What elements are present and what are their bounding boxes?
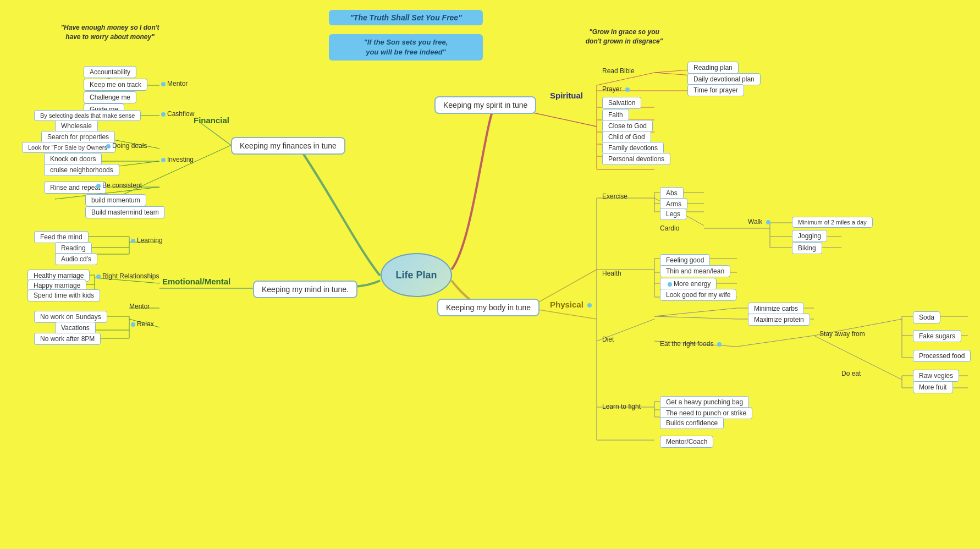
abs-node: Abs: [660, 187, 684, 199]
be-consistent-node: Be consistent: [95, 182, 142, 189]
connector-dot11: [766, 220, 770, 224]
family-devotions-node: Family devotions: [602, 142, 664, 154]
knock-doors-node: Knock on doors: [44, 153, 102, 165]
emotional-label: Emotional/Mental: [162, 277, 230, 286]
spend-time-kids-node: Spend time with kids: [27, 289, 100, 301]
connector-dot10: [587, 303, 592, 308]
accountability-node: Accountability: [84, 66, 136, 78]
fake-sugars-node: Fake sugars: [913, 330, 961, 342]
raw-vegies-node: Raw vegies: [913, 370, 959, 382]
soda-node: Soda: [913, 311, 940, 323]
mindmap-container: "The Truth Shall Set You Free" "If the S…: [0, 0, 980, 549]
svg-line-0: [200, 122, 231, 145]
mentor-financial-node: Mentor: [159, 80, 188, 87]
connector-dot5: [96, 184, 101, 188]
more-energy-node: More energy: [660, 278, 717, 290]
read-bible-node: Read Bible: [602, 67, 635, 75]
no-work-sundays-node: No work on Sundays: [34, 311, 107, 323]
jogging-node: Jogging: [792, 230, 827, 242]
feed-mind-node: Feed the mind: [34, 231, 89, 243]
get-heavy-bag-node: Get a heavy punching bag: [660, 396, 749, 408]
top-quote: "The Truth Shall Set You Free": [329, 10, 483, 25]
by-selecting-node: By selecting deals that make sense: [34, 110, 141, 121]
connector-dot2: [161, 112, 166, 117]
feeling-good-node: Feeling good: [660, 254, 710, 266]
eat-right-foods-node: Eat the right foods: [660, 340, 723, 348]
cardio-node: Cardio: [660, 224, 679, 232]
stay-away-node: Stay away from: [819, 330, 865, 338]
salvation-node: Salvation: [602, 97, 641, 109]
financial-label: Financial: [194, 116, 229, 125]
build-mastermind-node: Build mastermind team: [85, 206, 165, 218]
cruise-node: cruise neighborhoods: [44, 164, 119, 176]
search-prop-node: Search for properties: [41, 131, 115, 143]
look-for-node: Look for "For Sale by Owners": [22, 142, 115, 153]
keep-on-track-node: Keep me on track: [84, 79, 147, 91]
doing-deals-node: Doing deals: [104, 142, 147, 150]
thin-lean-node: Thin and mean/lean: [660, 265, 730, 277]
close-to-god-node: Close to God: [602, 120, 653, 132]
build-momentum-node: build momentum: [85, 194, 146, 206]
sub-quote: "If the Son sets you free, you will be f…: [329, 34, 483, 61]
learning-node: Learning: [129, 237, 163, 244]
min-miles-node: Minimum of 2 miles a day: [792, 217, 873, 228]
processed-food-node: Processed food: [913, 350, 971, 362]
center-node: Life Plan: [381, 253, 452, 297]
max-protein-node: Maximize protein: [748, 314, 810, 326]
connector-dot6: [131, 239, 135, 243]
physical-main-node: Keeping my body in tune: [437, 299, 539, 316]
min-carbs-node: Minimize carbs: [748, 303, 804, 315]
challenge-me-node: Challenge me: [84, 91, 136, 103]
investing-node: Investing: [159, 156, 194, 163]
emotional-main-node: Keeping my mind in tune.: [253, 281, 357, 298]
mentor-emotional-node: Mentor: [129, 303, 150, 310]
diet-node: Diet: [602, 336, 614, 343]
daily-devotional-node: Daily devotional plan: [687, 73, 761, 85]
connector-dot7: [96, 274, 101, 279]
physical-label: Physical: [550, 300, 593, 309]
vacations-node: Vacations: [55, 322, 96, 334]
financial-main-node: Keeping my finances in tune: [231, 137, 345, 155]
connector-dot9: [625, 87, 630, 92]
connector-dot3: [106, 144, 111, 149]
svg-line-51: [654, 308, 737, 316]
legs-node: Legs: [660, 208, 686, 220]
more-fruit-node: More fruit: [913, 381, 953, 393]
connector-dot13: [717, 342, 722, 347]
look-good-node: Look good for my wife: [660, 289, 736, 301]
biking-node: Biking: [792, 242, 822, 254]
svg-line-54: [737, 336, 814, 347]
personal-devotions-node: Personal devotions: [602, 153, 670, 165]
reading-node: Reading: [55, 242, 92, 254]
reading-plan-node: Reading plan: [687, 62, 739, 74]
spiritual-main-node: Keeping my spirit in tune: [434, 96, 536, 114]
child-of-god-node: Child of God: [602, 131, 651, 143]
right-relationships-node: Right Relationships: [95, 272, 159, 280]
connector-dot12: [668, 282, 672, 287]
relax-node: Relax: [129, 320, 154, 328]
mentor-coach-node: Mentor/Coach: [660, 436, 713, 448]
walk-node: Walk: [748, 218, 772, 226]
right-quote: "Grow in grace so you don't grown in dis…: [561, 28, 687, 46]
connector-dot4: [161, 158, 166, 162]
left-quote: "Have enough money so I don't have to wo…: [38, 23, 181, 42]
time-for-prayer-node: Time for prayer: [687, 84, 744, 96]
exercise-node: Exercise: [602, 193, 627, 200]
spiritual-label: Spiritual: [550, 91, 583, 100]
connector-dot8: [131, 322, 135, 327]
audio-cds-node: Audio cd's: [55, 253, 97, 265]
no-work-after8-node: No work after 8PM: [34, 333, 101, 345]
svg-line-52: [654, 316, 737, 319]
wholesale-node: Wholesale: [55, 120, 98, 132]
do-eat-node: Do eat: [841, 370, 861, 377]
prayer-node: Prayer: [602, 85, 631, 93]
learn-to-fight-node: Learn to fight: [602, 403, 641, 410]
connector-dot: [161, 82, 166, 86]
health-node: Health: [602, 270, 621, 277]
builds-confidence-node: Builds confidence: [660, 417, 724, 429]
cashflow-node: Cashflow: [159, 110, 194, 118]
faith-node: Faith: [602, 109, 629, 121]
